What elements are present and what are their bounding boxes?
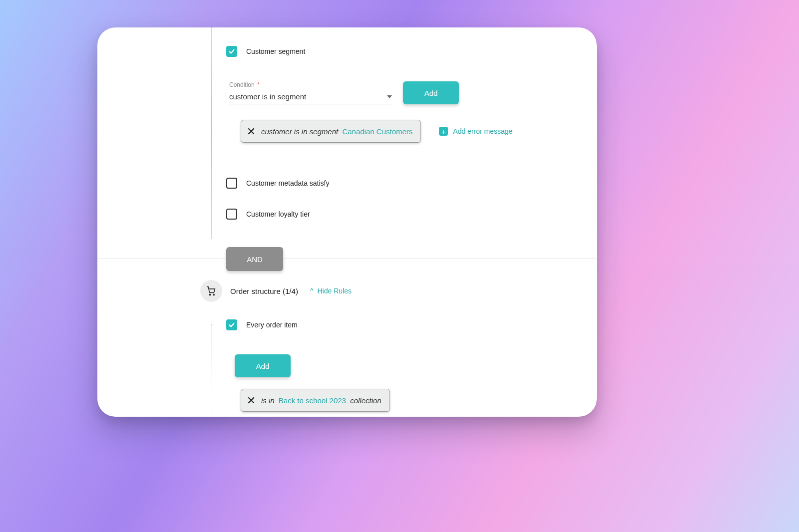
- condition-chip: customer is in segment Canadian Customer…: [241, 120, 421, 143]
- hide-rules-toggle[interactable]: ^ Hide Rules: [310, 287, 352, 295]
- chevron-down-icon: [387, 95, 392, 98]
- rule-label: Every order item: [246, 321, 298, 329]
- checkbox-customer-metadata[interactable]: [226, 178, 237, 189]
- add-error-message-link[interactable]: + Add error message: [439, 127, 512, 136]
- tree-connector-line: [211, 324, 212, 417]
- section-divider: [97, 259, 597, 259]
- condition-value: customer is in segment: [229, 92, 306, 101]
- close-icon: [248, 128, 255, 135]
- remove-chip-button[interactable]: [246, 395, 256, 405]
- logic-connector-and[interactable]: AND: [226, 247, 283, 271]
- rule-customer-metadata: Customer metadata satisfy: [226, 177, 330, 189]
- chip-prefix: customer is in segment: [261, 127, 338, 136]
- plus-icon: +: [439, 127, 448, 136]
- condition-group: Condition * customer is in segment Add: [229, 81, 459, 104]
- chip-suffix: collection: [350, 396, 382, 405]
- checkbox-customer-segment[interactable]: [226, 46, 237, 57]
- condition-caption: Condition *: [229, 81, 392, 88]
- chip-collection-name: Back to school 2023: [279, 396, 346, 405]
- check-icon: [228, 321, 235, 328]
- rule-label: Customer metadata satisfy: [246, 179, 330, 187]
- order-structure-title: Order structure (1/4): [230, 287, 298, 295]
- condition-field: Condition * customer is in segment: [229, 81, 392, 104]
- rule-label: Customer loyalty tier: [246, 210, 310, 218]
- tree-connector-line: [211, 27, 212, 239]
- svg-point-0: [209, 294, 211, 295]
- chip-segment-name: Canadian Customers: [342, 127, 412, 136]
- checkbox-customer-loyalty[interactable]: [226, 209, 237, 220]
- checkbox-every-order-item[interactable]: [226, 319, 237, 330]
- rule-customer-loyalty: Customer loyalty tier: [226, 208, 310, 220]
- svg-point-1: [213, 294, 215, 295]
- rules-panel: Customer segment Condition * customer is…: [97, 27, 597, 417]
- rule-customer-segment: Customer segment: [226, 45, 305, 57]
- condition-select[interactable]: customer is in segment: [229, 89, 392, 104]
- cart-icon: [200, 280, 222, 302]
- condition-caption-text: Condition: [229, 81, 255, 88]
- order-chip-row: is in Back to school 2023 collection: [241, 389, 390, 412]
- hide-rules-text: Hide Rules: [317, 287, 351, 295]
- order-structure-header: Order structure (1/4) ^ Hide Rules: [200, 280, 352, 302]
- rule-label: Customer segment: [246, 47, 305, 55]
- add-button-row: Add: [235, 354, 291, 377]
- condition-chip-row: customer is in segment Canadian Customer…: [241, 120, 512, 143]
- add-order-condition-button[interactable]: Add: [235, 354, 291, 377]
- close-icon: [248, 397, 255, 404]
- order-condition-chip: is in Back to school 2023 collection: [241, 389, 390, 412]
- panel-content: Customer segment Condition * customer is…: [97, 27, 597, 417]
- check-icon: [228, 48, 235, 55]
- chip-text: customer is in segment Canadian Customer…: [261, 127, 412, 136]
- add-error-message-text: Add error message: [453, 127, 512, 135]
- rule-every-order-item: Every order item: [226, 319, 298, 331]
- chevron-up-icon: ^: [310, 287, 314, 295]
- chip-prefix: is in: [261, 396, 275, 405]
- chip-text: is in Back to school 2023 collection: [261, 396, 382, 405]
- required-mark: *: [257, 81, 260, 88]
- remove-chip-button[interactable]: [246, 126, 256, 136]
- add-condition-button[interactable]: Add: [403, 81, 459, 104]
